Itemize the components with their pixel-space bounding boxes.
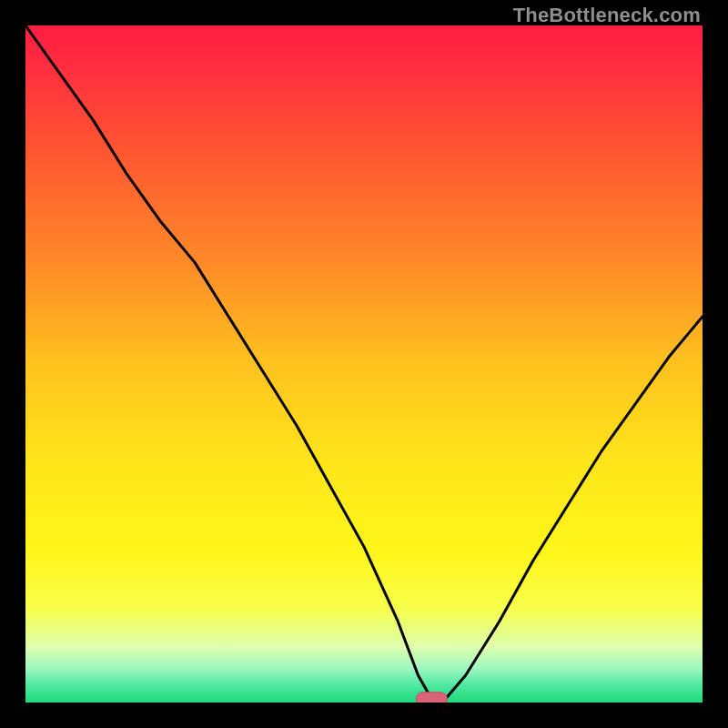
- gradient-background: [25, 25, 703, 703]
- chart-frame: TheBottleneck.com: [0, 0, 728, 728]
- chart-svg: [25, 25, 703, 703]
- watermark-text: TheBottleneck.com: [513, 4, 701, 27]
- optimum-marker: [416, 693, 447, 703]
- plot-area: [25, 25, 703, 703]
